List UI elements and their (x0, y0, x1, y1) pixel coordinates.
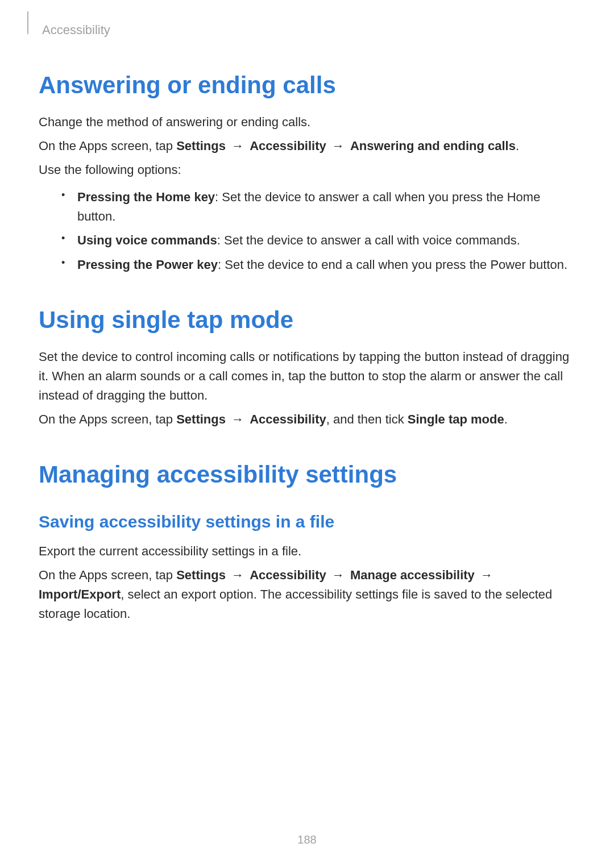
heading-answering-calls: Answering or ending calls (39, 72, 575, 99)
arrow-icon: → (229, 410, 246, 429)
arrow-icon: → (229, 136, 246, 156)
singletap-nav: On the Apps screen, tap Settings → Acces… (39, 410, 575, 429)
answering-intro: Change the method of answering or ending… (39, 113, 575, 132)
heading-managing: Managing accessibility settings (39, 461, 575, 488)
breadcrumb: Accessibility (39, 23, 575, 38)
nav-settings: Settings (176, 139, 226, 153)
subheading-saving: Saving accessibility settings in a file (39, 512, 575, 531)
arrow-icon: → (330, 136, 347, 156)
singletap-nav-prefix: On the Apps screen, tap (39, 412, 176, 426)
answering-nav: On the Apps screen, tap Settings → Acces… (39, 136, 575, 156)
nav-suffix: . (516, 139, 519, 153)
nav-suffix: . (504, 412, 508, 426)
list-item-label: Using voice commands (77, 233, 217, 247)
saving-nav: On the Apps screen, tap Settings → Acces… (39, 566, 575, 624)
saving-nav-prefix: On the Apps screen, tap (39, 568, 176, 582)
singletap-intro: Set the device to control incoming calls… (39, 347, 575, 405)
answering-nav-prefix: On the Apps screen, tap (39, 139, 176, 153)
page-number: 188 (0, 833, 614, 846)
section-answering-calls: Answering or ending calls Change the met… (39, 72, 575, 275)
nav-target: Answering and ending calls (350, 139, 516, 153)
heading-single-tap: Using single tap mode (39, 306, 575, 334)
list-item: Using voice commands: Set the device to … (61, 231, 575, 250)
arrow-icon: → (330, 566, 347, 585)
nav-accessibility: Accessibility (250, 412, 326, 426)
list-item-desc: : Set the device to end a call when you … (218, 258, 567, 272)
answering-options-list: Pressing the Home key: Set the device to… (39, 188, 575, 274)
arrow-icon: → (229, 566, 246, 585)
nav-settings: Settings (176, 568, 226, 582)
list-item-label: Pressing the Power key (77, 258, 218, 272)
saving-intro: Export the current accessibility setting… (39, 542, 575, 561)
nav-target: Single tap mode (408, 412, 504, 426)
arrow-icon: → (478, 566, 495, 585)
list-item: Pressing the Home key: Set the device to… (61, 188, 575, 226)
nav-accessibility: Accessibility (250, 139, 326, 153)
singletap-nav-mid: , and then tick (326, 412, 408, 426)
nav-settings: Settings (176, 412, 226, 426)
list-item-desc: : Set the device to answer a call with v… (217, 233, 520, 247)
header-vertical-mark (27, 11, 28, 34)
nav-manage: Manage accessibility (350, 568, 475, 582)
answering-options-label: Use the following options: (39, 160, 575, 180)
list-item-label: Pressing the Home key (77, 190, 215, 204)
nav-accessibility: Accessibility (250, 568, 326, 582)
list-item: Pressing the Power key: Set the device t… (61, 255, 575, 275)
section-single-tap: Using single tap mode Set the device to … (39, 306, 575, 429)
section-managing: Managing accessibility settings Saving a… (39, 461, 575, 624)
nav-import-export: Import/Export (39, 587, 121, 601)
